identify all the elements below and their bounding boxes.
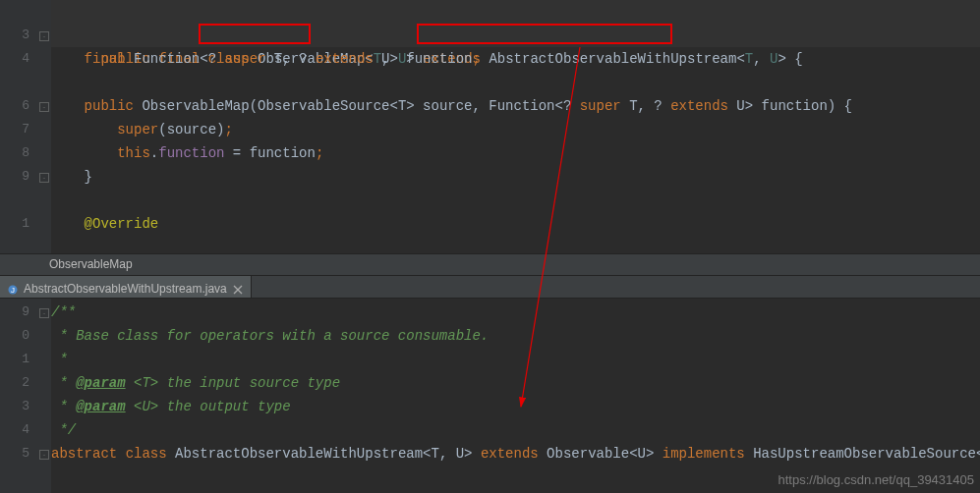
line-number: 0 <box>0 328 29 343</box>
code-line: super(source); <box>51 118 233 141</box>
doc-tag-param: @param <box>76 399 125 414</box>
code-line: } <box>51 165 92 189</box>
svg-text:J: J <box>11 286 15 295</box>
doc-comment: */ <box>51 422 76 438</box>
line-number: 5 <box>0 446 29 461</box>
tab-label: AbstractObservableWithUpstream.java <box>24 282 227 296</box>
code-line: final Function<? super T, ? extends U> f… <box>51 47 481 71</box>
fold-marker-icon[interactable]: - <box>39 173 49 183</box>
superclass-name: AbstractObservableWithUpstream <box>489 51 736 67</box>
gutter-bottom: 9 0 1 2 3 4 5 - - <box>0 299 51 493</box>
doc-tag-param: @param <box>76 375 125 391</box>
code-line: this.function = function; <box>51 141 323 165</box>
line-number: 8 <box>0 145 29 160</box>
code-line-class-decl: public final class ObservableMap<T, U> e… <box>51 24 980 47</box>
line-number: 1 <box>0 352 29 366</box>
breadcrumb[interactable]: ObservableMap <box>0 253 980 275</box>
fold-marker-icon[interactable]: - <box>39 102 49 112</box>
line-number: 6 <box>0 98 29 113</box>
java-file-icon: J <box>8 284 18 294</box>
line-number: 7 <box>0 122 29 137</box>
code-area-bottom[interactable]: /** * Base class for operators with a so… <box>51 299 980 440</box>
line-number: 3 <box>0 27 29 42</box>
line-number: 1 <box>0 216 29 231</box>
fold-marker-icon[interactable]: - <box>39 308 49 318</box>
line-number: 4 <box>0 422 29 437</box>
line-number: 9 <box>0 169 29 184</box>
gutter-top: 3 4 6 7 8 9 1 - - - <box>0 0 51 253</box>
doc-comment: /** <box>51 304 76 320</box>
tab-bar: J AbstractObservableWithUpstream.java <box>0 275 980 299</box>
code-line: @Override <box>51 212 158 236</box>
breadcrumb-item[interactable]: ObservableMap <box>49 257 133 271</box>
fold-marker-icon[interactable]: - <box>39 31 49 41</box>
editor-pane-top: 3 4 6 7 8 9 1 - - - public final class O… <box>0 0 980 253</box>
close-icon[interactable] <box>233 284 243 294</box>
line-number: 2 <box>0 375 29 390</box>
watermark: https://blog.csdn.net/qq_39431405 <box>778 472 975 487</box>
tab-abstract-observable[interactable]: J AbstractObservableWithUpstream.java <box>0 276 252 298</box>
doc-comment: * Base class for operators with a source… <box>51 328 489 344</box>
code-line-class-decl: abstract class AbstractObservableWithUps… <box>51 442 980 466</box>
code-line: public ObservableMap(ObservableSource<T>… <box>51 94 852 118</box>
doc-comment: * <box>51 352 68 367</box>
line-number: 9 <box>0 304 29 319</box>
editor-pane-bottom: 9 0 1 2 3 4 5 - - /** * Base class for o… <box>0 299 980 493</box>
fold-marker-icon[interactable]: - <box>39 450 49 460</box>
code-area-top[interactable]: public final class ObservableMap<T, U> e… <box>51 0 980 157</box>
line-number: 3 <box>0 399 29 413</box>
line-number: 4 <box>0 51 29 66</box>
annotation: @Override <box>85 216 159 232</box>
